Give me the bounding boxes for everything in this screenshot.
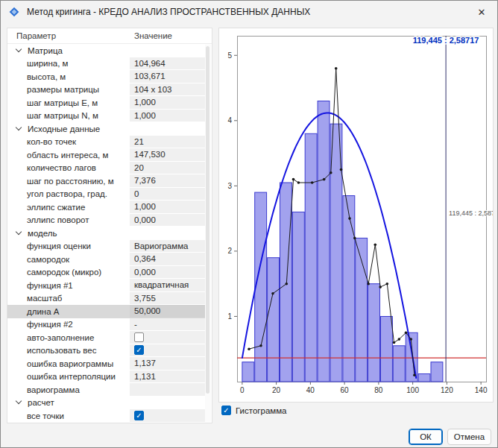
experimental-point	[330, 171, 332, 174]
table-row[interactable]: высота, м103,671	[7, 70, 205, 83]
parameter-value: 20	[134, 163, 144, 172]
parameter-value: 3,755	[134, 294, 156, 303]
parameter-value-cell: 1,137	[130, 357, 205, 370]
table-row[interactable]: самородок0,364	[7, 253, 205, 266]
parameter-name: функция оценки	[7, 242, 130, 250]
histogram-bar	[280, 183, 292, 382]
table-row[interactable]	[7, 423, 205, 423]
chevron-down-icon[interactable]	[16, 124, 22, 130]
table-row[interactable]: шаг по расстоянию, м7,376	[7, 174, 205, 188]
parameter-value: квадратичная	[134, 280, 189, 289]
table-row[interactable]: кол-во точек21	[7, 136, 205, 149]
scrollbar-thumb[interactable]	[206, 46, 209, 394]
table-row[interactable]: использовать вес✓	[7, 344, 205, 358]
experimental-point	[271, 292, 274, 295]
crosshair-label-side: 119,445 : 2,58717	[449, 209, 493, 217]
table-row[interactable]: функция #1квадратичная	[7, 279, 205, 292]
parameter-name: количество лагов	[7, 163, 130, 172]
parameter-value: 1,137	[134, 359, 156, 367]
table-row[interactable]: самородок (микро)0,000	[7, 266, 205, 280]
parameter-value: 1,000	[134, 111, 156, 120]
parameter-value-cell: 1,131	[130, 370, 205, 383]
table-row[interactable]: функция оценкиВариограмма	[7, 240, 205, 253]
table-row[interactable]: угол раствора, град.0	[7, 188, 205, 201]
experimental-point	[367, 283, 370, 285]
parameter-value-cell: 21	[130, 136, 205, 148]
table-row[interactable]: ошибка вариограммы1,137	[7, 357, 205, 370]
experimental-point	[335, 67, 338, 70]
checked-checkbox[interactable]: ✓	[134, 345, 144, 355]
table-row[interactable]: ошибка интерполяции1,131	[7, 370, 205, 384]
section-row[interactable]: Исходные данные	[7, 122, 205, 136]
parameter-value: 1,131	[134, 372, 156, 381]
x-tick-label: 60	[341, 386, 350, 394]
x-tick-label: 120	[441, 386, 453, 394]
ok-button[interactable]: ОК	[409, 429, 443, 445]
parameter-name: шаг матрицы E, м	[7, 98, 130, 107]
unchecked-checkbox[interactable]	[134, 332, 144, 342]
parameter-name: ошибка интерполяции	[7, 372, 130, 381]
y-tick-label: 1	[227, 312, 232, 321]
histogram-bar	[381, 317, 393, 382]
parameter-name: угол раствора, град.	[7, 189, 130, 198]
section-row[interactable]: модель	[7, 227, 205, 240]
parameter-value: 1,000	[134, 98, 156, 107]
table-body: Матрицаширина, м104,964высота, м103,671р…	[7, 44, 205, 423]
table-row[interactable]: количество лагов20	[7, 162, 205, 175]
parameter-value-cell: ✓	[130, 344, 205, 357]
cancel-button[interactable]: Отмена	[447, 429, 491, 445]
chevron-down-icon[interactable]	[16, 229, 22, 235]
parameter-name: размеры матрицы	[7, 85, 130, 94]
parameter-value: 103,671	[134, 72, 166, 81]
table-row[interactable]: шаг матрицы N, м1,000	[7, 110, 205, 123]
parameter-value: 7,376	[134, 176, 156, 185]
histogram-bar	[368, 284, 380, 382]
x-tick-label: 0	[240, 386, 245, 394]
table-row[interactable]: ширина, м104,964	[7, 57, 205, 71]
section-row[interactable]: Матрица	[7, 44, 205, 57]
experimental-point	[311, 181, 314, 184]
table-row[interactable]: область интереса, м147,530	[7, 148, 205, 162]
x-tick-label: 40	[306, 386, 315, 394]
parameter-value-cell	[130, 383, 205, 396]
parameter-name: вариограмма	[7, 385, 130, 394]
section-row[interactable]: расчет	[7, 397, 205, 410]
experimental-point	[248, 347, 250, 350]
histogram-bar	[255, 192, 267, 382]
parameter-value-cell: 0	[130, 188, 205, 201]
parameter-value: 104 x 103	[134, 85, 172, 94]
table-row[interactable]: авто-заполнение	[7, 331, 205, 344]
parameter-name: самородок	[7, 255, 130, 264]
table-row[interactable]: шаг матрицы E, м1,000	[7, 96, 205, 110]
variogram-chart: 02040608010012014012345119,445 : 2,58717…	[219, 28, 493, 402]
close-button[interactable]: ✕	[466, 1, 497, 23]
table-row[interactable]: длина A50,000	[7, 305, 205, 318]
parameter-name: кол-во точек	[7, 137, 130, 146]
titlebar: Метод кригинга - КРЕДО АНАЛИЗ ПРОСТРАНСТ…	[1, 1, 497, 23]
table-row[interactable]: масштаб3,755	[7, 292, 205, 306]
table-row[interactable]: функция #2-	[7, 318, 205, 332]
checkbox-checked-icon[interactable]: ✓	[221, 406, 231, 415]
checked-checkbox[interactable]: ✓	[134, 411, 144, 420]
parameter-value: 0,000	[134, 215, 156, 224]
parameter-name: ошибка вариограммы	[7, 359, 130, 368]
table-row[interactable]: размеры матрицы104 x 103	[7, 83, 205, 97]
histogram-bar	[330, 124, 342, 382]
parameter-value: Вариограмма	[134, 242, 188, 250]
chevron-down-icon[interactable]	[16, 398, 22, 404]
parameter-value-cell: 147,530	[130, 148, 205, 161]
table-row[interactable]: вариограмма	[7, 383, 205, 397]
chevron-down-icon[interactable]	[16, 46, 22, 52]
table-row[interactable]: все точки✓	[7, 409, 205, 423]
histogram-checkbox[interactable]: ✓ Гистограмма	[221, 406, 286, 415]
experimental-point	[259, 344, 262, 347]
parameter-value-cell: 3,755	[130, 292, 205, 305]
histogram-bar	[242, 362, 254, 382]
table-scrollbar[interactable]	[205, 45, 211, 422]
table-row[interactable]: эллипс сжатие1,000	[7, 201, 205, 214]
table-row[interactable]: эллипс поворот0,000	[7, 214, 205, 227]
experimental-point	[386, 283, 389, 285]
histogram-checkbox-label: Гистограмма	[236, 406, 286, 415]
experimental-point	[297, 181, 300, 184]
section-label: Матрица	[28, 46, 63, 55]
